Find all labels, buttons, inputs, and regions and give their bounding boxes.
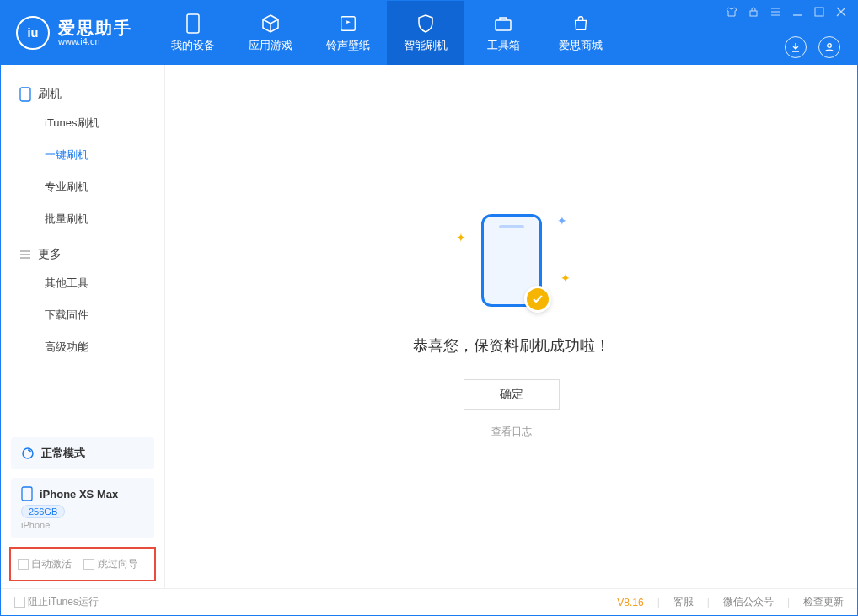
shield-icon — [415, 13, 437, 35]
svg-rect-7 — [20, 88, 30, 101]
svg-point-6 — [828, 44, 832, 48]
phone-icon — [182, 13, 204, 35]
minimize-button[interactable] — [791, 6, 803, 18]
shirt-icon[interactable] — [726, 6, 737, 18]
checkbox-auto-activate[interactable]: 自动激活 — [18, 557, 72, 571]
nav-flash[interactable]: 智能刷机 — [387, 1, 464, 65]
logo: iu 爱思助手 www.i4.cn — [1, 1, 147, 65]
sidebar-group-title: 更多 — [1, 242, 164, 267]
success-message: 恭喜您，保资料刷机成功啦！ — [413, 335, 610, 356]
nav-ringtones[interactable]: 铃声壁纸 — [309, 1, 387, 65]
svg-text:iu: iu — [27, 26, 38, 40]
checkbox-label: 阻止iTunes运行 — [28, 596, 99, 608]
phone-small-icon — [21, 486, 33, 501]
checkbox-label: 跳过向导 — [98, 558, 138, 570]
view-log-link[interactable]: 查看日志 — [491, 425, 532, 439]
svg-rect-3 — [496, 20, 511, 30]
sparkle-icon: ✦ — [456, 231, 466, 244]
music-icon — [337, 13, 359, 35]
sparkle-icon: ✦ — [557, 214, 567, 228]
toolbox-icon — [492, 13, 514, 35]
logo-icon: iu — [16, 16, 50, 50]
group-title-text: 更多 — [38, 247, 62, 262]
footer-link-wechat[interactable]: 微信公众号 — [723, 595, 774, 609]
checkbox-label: 自动激活 — [31, 558, 72, 570]
ok-button[interactable]: 确定 — [464, 379, 560, 410]
close-button[interactable] — [835, 6, 847, 18]
maximize-button[interactable] — [813, 6, 825, 18]
top-nav: 我的设备 应用游戏 铃声壁纸 智能刷机 工具箱 爱思商城 — [154, 1, 619, 65]
phone-illustration-icon — [481, 214, 542, 307]
footer-link-update[interactable]: 检查更新 — [803, 595, 844, 609]
app-name: 爱思助手 — [58, 19, 132, 36]
highlight-box: 自动激活 跳过向导 — [9, 547, 156, 581]
header-right — [785, 36, 840, 58]
svg-rect-5 — [815, 8, 823, 16]
lock-icon[interactable] — [748, 6, 759, 18]
list-icon — [19, 249, 31, 260]
group-title-text: 刷机 — [38, 87, 62, 102]
device-type: iPhone — [21, 520, 144, 530]
sidebar-group-flash: 刷机 iTunes刷机 一键刷机 专业刷机 批量刷机 — [1, 82, 164, 235]
sidebar-group-more: 更多 其他工具 下载固件 高级功能 — [1, 242, 164, 363]
sidebar-item-batch-flash[interactable]: 批量刷机 — [1, 203, 164, 235]
nav-store[interactable]: 爱思商城 — [542, 1, 619, 65]
device-card[interactable]: iPhone XS Max 256GB iPhone — [11, 478, 154, 538]
nav-label: 我的设备 — [171, 38, 215, 53]
svg-rect-4 — [750, 11, 757, 16]
sidebar-item-itunes-flash[interactable]: iTunes刷机 — [1, 107, 164, 139]
sidebar-item-oneclick-flash[interactable]: 一键刷机 — [1, 139, 164, 171]
nav-toolbox[interactable]: 工具箱 — [464, 1, 542, 65]
mode-card[interactable]: 正常模式 — [11, 437, 154, 469]
app-url: www.i4.cn — [58, 36, 132, 46]
sidebar-item-advanced[interactable]: 高级功能 — [1, 331, 164, 363]
main-content: ✦ ✦ ✦ 恭喜您，保资料刷机成功啦！ 确定 查看日志 — [165, 65, 857, 588]
phone-small-icon — [19, 87, 31, 102]
sidebar-item-pro-flash[interactable]: 专业刷机 — [1, 171, 164, 203]
header: iu 爱思助手 www.i4.cn 我的设备 应用游戏 铃声壁纸 智能刷机 工具… — [1, 1, 857, 65]
success-illustration: ✦ ✦ ✦ — [481, 214, 542, 307]
sparkle-icon: ✦ — [560, 271, 571, 285]
footer: 阻止iTunes运行 V8.16 | 客服 | 微信公众号 | 检查更新 — [1, 588, 857, 615]
nav-my-device[interactable]: 我的设备 — [154, 1, 232, 65]
version-label: V8.16 — [617, 597, 643, 608]
sidebar-item-other-tools[interactable]: 其他工具 — [1, 267, 164, 299]
nav-apps[interactable]: 应用游戏 — [232, 1, 309, 65]
svg-rect-1 — [187, 14, 199, 33]
bag-icon — [570, 13, 592, 35]
nav-label: 爱思商城 — [559, 38, 603, 53]
cube-icon — [260, 13, 282, 35]
check-badge-icon — [524, 286, 551, 313]
storage-badge: 256GB — [21, 505, 65, 518]
sidebar: 刷机 iTunes刷机 一键刷机 专业刷机 批量刷机 更多 其他工具 下载固件 … — [1, 65, 165, 588]
menu-icon[interactable] — [770, 6, 781, 18]
nav-label: 铃声壁纸 — [326, 38, 370, 53]
sidebar-item-download-firmware[interactable]: 下载固件 — [1, 299, 164, 331]
nav-label: 应用游戏 — [249, 38, 292, 53]
checkbox-block-itunes[interactable]: 阻止iTunes运行 — [14, 595, 99, 609]
user-icon[interactable] — [818, 36, 840, 58]
mode-label: 正常模式 — [41, 446, 85, 461]
download-icon[interactable] — [785, 36, 807, 58]
svg-rect-2 — [341, 17, 356, 31]
checkbox-skip-guide[interactable]: 跳过向导 — [83, 557, 137, 571]
nav-label: 智能刷机 — [404, 38, 448, 53]
nav-label: 工具箱 — [487, 38, 520, 53]
titlebar-buttons — [726, 6, 847, 18]
svg-rect-9 — [22, 487, 32, 501]
footer-link-support[interactable]: 客服 — [673, 595, 694, 609]
device-name: iPhone XS Max — [40, 488, 118, 501]
body: 刷机 iTunes刷机 一键刷机 专业刷机 批量刷机 更多 其他工具 下载固件 … — [1, 65, 857, 588]
sidebar-group-title: 刷机 — [1, 82, 164, 107]
refresh-icon — [21, 447, 35, 460]
